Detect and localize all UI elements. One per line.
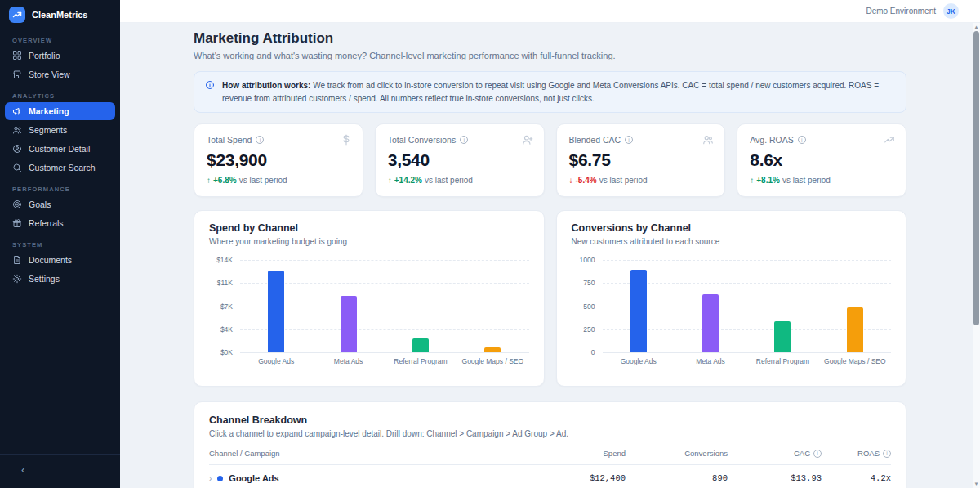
sidebar-item-customer-search[interactable]: Customer Search	[5, 159, 115, 177]
table-subtitle: Click a channel to expand campaign-level…	[209, 429, 891, 438]
chart-title: Spend by Channel	[209, 222, 529, 234]
megaphone-icon	[12, 106, 22, 116]
avatar[interactable]: JK	[943, 3, 959, 19]
sidebar-section-label: PERFORMANCE	[12, 186, 120, 193]
arrow-up-icon: ↑	[750, 176, 754, 185]
chart-bar-google-ads[interactable]	[268, 271, 284, 352]
x-axis-label: Google Ads	[603, 357, 675, 365]
sidebar-item-marketing[interactable]: Marketing	[5, 102, 115, 120]
x-axis: Google AdsMeta AdsReferral ProgramGoogle…	[240, 357, 529, 365]
chart-bar-google-ads[interactable]	[630, 270, 647, 352]
chart-bar-google-maps-seo[interactable]	[847, 307, 863, 352]
column-header-channel-campaign: Channel / Campaign	[209, 449, 532, 458]
sidebar-item-referrals[interactable]: Referrals	[5, 214, 115, 232]
page-title: Marketing Attribution	[194, 30, 906, 47]
y-axis-tick: $7K	[220, 302, 233, 311]
scroll-down-icon[interactable]: ▼	[973, 481, 980, 486]
kpi-delta-suffix: vs last period	[425, 176, 473, 185]
kpi-delta: ↑+14.2%vs last period	[388, 176, 532, 185]
kpi-label: Blended CAC	[569, 135, 621, 145]
sidebar-item-segments[interactable]: Segments	[5, 121, 115, 139]
scrollbar-thumb[interactable]	[973, 31, 979, 325]
x-axis-label: Referral Program	[385, 357, 457, 365]
grid-icon	[12, 51, 22, 60]
y-axis: 10007505002500	[572, 260, 603, 352]
table-row-google-ads[interactable]: ›Google Ads$12,400890$13.934.2x	[209, 465, 891, 488]
y-axis-tick: 250	[583, 325, 595, 334]
chevron-right-icon[interactable]: ›	[209, 474, 212, 483]
column-header-spend: Spend	[532, 449, 626, 458]
sidebar-section-label: ANALYTICS	[12, 92, 120, 100]
chart-bar-referral-program[interactable]	[774, 321, 791, 352]
collapse-sidebar-icon[interactable]: ‹	[21, 463, 24, 476]
bar-slot	[312, 260, 384, 352]
kpi-delta: ↑+8.1%vs last period	[750, 176, 893, 185]
trending-up-icon	[9, 7, 25, 23]
brand-name: CleanMetrics	[32, 10, 87, 20]
sidebar-item-label: Portfolio	[29, 51, 60, 60]
info-icon[interactable]: i	[625, 136, 633, 144]
vertical-scrollbar[interactable]: ▲ ▼	[973, 23, 980, 488]
kpi-card-avg-roas: Avg. ROASi8.6x↑+8.1%vs last period	[737, 123, 906, 197]
sidebar-item-customer-detail[interactable]: Customer Detail	[5, 140, 115, 158]
gridline	[603, 352, 892, 353]
info-icon[interactable]: i	[460, 136, 468, 144]
users-icon	[702, 134, 714, 149]
kpi-delta-suffix: vs last period	[239, 176, 287, 185]
table-body: ›Google Ads$12,400890$13.934.2x	[209, 465, 891, 488]
sidebar-item-label: Referrals	[29, 218, 64, 228]
sidebar: CleanMetrics OVERVIEWPortfolioStore View…	[0, 0, 120, 488]
sidebar-item-goals[interactable]: Goals	[5, 195, 115, 213]
chart-subtitle: New customers attributed to each source	[572, 237, 892, 246]
sidebar-item-store-view[interactable]: Store View	[5, 65, 115, 83]
environment-label: Demo Environment	[866, 7, 936, 16]
channel-name: Google Ads	[229, 473, 278, 483]
chart-bar-google-maps-seo[interactable]	[484, 347, 501, 352]
gift-icon	[12, 218, 22, 228]
kpi-delta-value: -5.4%	[576, 176, 597, 185]
sidebar-item-label: Settings	[29, 274, 60, 284]
sidebar-footer: ‹	[0, 454, 120, 488]
banner-body: We track from ad click to in-store conve…	[222, 81, 879, 103]
sidebar-item-label: Goals	[29, 199, 51, 209]
info-icon[interactable]: i	[883, 450, 891, 458]
sidebar-item-portfolio[interactable]: Portfolio	[5, 47, 115, 65]
kpi-value: $6.75	[569, 150, 713, 170]
scroll-up-icon[interactable]: ▲	[973, 25, 980, 29]
info-icon[interactable]: i	[813, 450, 822, 458]
document-icon	[12, 255, 22, 265]
table-header-row: Channel / CampaignSpendConversionsCACiRO…	[209, 449, 891, 465]
chart-bar-referral-program[interactable]	[412, 338, 429, 352]
sidebar-item-label: Customer Detail	[29, 144, 90, 154]
arrow-up-icon: ↑	[388, 176, 392, 185]
kpi-card-total-conversions: Total Conversionsi3,540↑+14.2%vs last pe…	[375, 123, 545, 197]
sidebar-item-settings[interactable]: Settings	[5, 270, 115, 288]
charts-grid: Spend by ChannelWhere your marketing bud…	[194, 210, 906, 387]
chart-subtitle: Where your marketing budget is going	[209, 237, 529, 246]
plot-area	[603, 260, 892, 352]
gear-icon	[12, 274, 22, 284]
chart-bar-meta-ads[interactable]	[702, 294, 719, 352]
topbar: Demo Environment JK	[120, 0, 980, 23]
x-axis-label: Google Maps / SEO	[819, 357, 891, 365]
info-icon[interactable]: i	[798, 136, 806, 144]
cell-conversions: 890	[626, 473, 728, 483]
user-circle-icon	[12, 144, 22, 154]
main-area: Demo Environment JK Marketing Attributio…	[120, 0, 980, 488]
kpi-delta-suffix: vs last period	[782, 176, 831, 185]
x-axis-label: Google Ads	[240, 357, 312, 365]
sidebar-item-label: Documents	[29, 255, 72, 265]
info-icon[interactable]: i	[256, 136, 264, 144]
banner-bold: How attribution works:	[222, 81, 310, 90]
y-axis-tick: $11K	[217, 279, 233, 287]
chart-title: Conversions by Channel	[572, 222, 892, 234]
sidebar-item-documents[interactable]: Documents	[5, 251, 115, 269]
column-label: Conversions	[684, 449, 728, 458]
chart-bar-meta-ads[interactable]	[341, 296, 357, 352]
banner-text: How attribution works: We track from ad …	[222, 79, 895, 105]
bar-slot	[240, 260, 312, 352]
dollar-icon	[341, 134, 352, 149]
bar-slot	[457, 260, 528, 352]
gridline	[240, 352, 529, 353]
column-header-conversions: Conversions	[626, 449, 728, 458]
